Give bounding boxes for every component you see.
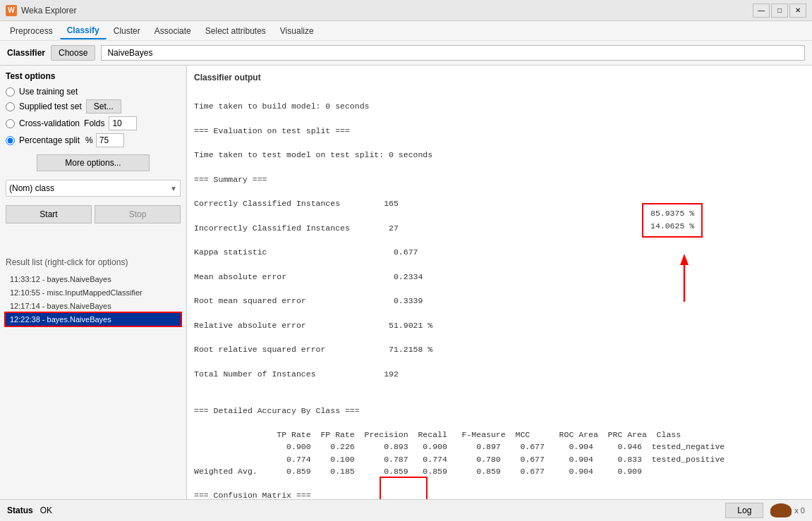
percentage-split-input[interactable] [6,136,15,145]
folds-input[interactable] [109,116,137,130]
folds-label: Folds [84,118,104,128]
title-bar: W Weka Explorer — □ ✕ [0,0,812,21]
result-list: 11:33:12 - bayes.NaiveBayes 12:10:55 - m… [6,273,181,326]
minimize-button[interactable]: — [753,4,770,18]
multiplier-label: x 0 [794,506,805,515]
log-button[interactable]: Log [725,503,763,518]
nom-class-label: (Nom) class [9,183,54,193]
stop-button[interactable]: Stop [95,205,181,223]
more-options-button[interactable]: More options... [37,154,150,171]
set-button[interactable]: Set... [86,99,121,114]
result-item-2[interactable]: 12:17:14 - bayes.NaiveBayes [6,300,181,312]
start-stop-row: Start Stop [6,205,181,223]
output-line18: === Detailed Accuracy By Class === TP Ra… [194,406,725,500]
output-rrse: Root relative squared error 71.2158 % [194,345,432,354]
output-line5: Time taken to test model on test split: … [194,150,432,159]
percentage-split-radio[interactable]: Percentage split [6,135,80,145]
output-total: Total Number of Instances 192 [194,369,399,379]
menu-cluster[interactable]: Cluster [107,23,147,39]
menu-bar: Preprocess Classify Cluster Associate Se… [0,21,812,41]
menu-visualize[interactable]: Visualize [273,23,321,39]
menu-select-attributes[interactable]: Select attributes [198,23,273,39]
red-arrow-up [677,252,691,309]
output-rae: Relative absolute error 51.9021 % [194,321,432,330]
correct-pct: 85.9375 % [650,207,694,220]
nom-class-row[interactable]: (Nom) class ▼ [6,180,181,197]
test-options-title: Test options [6,71,181,81]
output-text: Time taken to build model: 0 seconds ===… [194,88,805,499]
menu-classify[interactable]: Classify [60,23,107,39]
output-incorrectly: Incorrectly Classified Instances 27 [194,223,399,233]
result-item-3[interactable]: 12:22:38 - bayes.NaiveBayes [6,313,181,326]
status-bar: Status OK Log x 0 [0,499,812,520]
percentage-split-row: Percentage split % [6,133,181,147]
menu-preprocess[interactable]: Preprocess [3,23,60,39]
classifier-section: Classifier Choose NaiveBayes [0,41,812,66]
use-training-set-input[interactable] [6,87,15,97]
supplied-test-input[interactable] [6,102,15,111]
percentage-highlight-box: 85.9375 % 14.0625 % [642,203,703,238]
supplied-test-radio[interactable]: Supplied test set [6,102,82,111]
output-line3: === Evaluation on test split === [194,126,350,135]
classifier-label: Classifier [7,48,45,58]
result-item-0[interactable]: 11:33:12 - bayes.NaiveBayes [6,273,181,286]
left-panel: Test options Use training set Supplied t… [0,66,187,499]
app-title: Weka Explorer [21,6,753,16]
close-button[interactable]: ✕ [789,4,806,18]
output-rmse: Root mean squared error 0.3339 [194,296,423,305]
output-mae: Mean absolute error 0.2334 [194,272,423,281]
svg-marker-1 [680,254,689,265]
percent-input[interactable] [96,133,124,147]
supplied-test-row: Supplied test set Set... [6,99,181,114]
output-line7: === Summary === [194,175,267,184]
cross-validation-row: Cross-validation Folds [6,116,181,130]
start-button[interactable]: Start [6,205,92,223]
output-kappa: Kappa statistic 0.677 [194,247,418,257]
cross-validation-radio[interactable]: Cross-validation [6,118,80,128]
percent-symbol: % [85,135,93,145]
output-correctly: Correctly Classified Instances 165 [194,199,399,208]
output-line1: Time taken to build model: 0 seconds [194,102,369,111]
cross-validation-input[interactable] [6,119,15,128]
use-training-set-label: Use training set [19,87,78,97]
incorrect-pct: 14.0625 % [650,220,694,233]
weka-icon-area: x 0 [770,503,805,517]
right-panel: Classifier output Time taken to build mo… [187,66,812,499]
status-label: Status [7,505,33,515]
weka-bird-icon [770,503,792,517]
result-list-label: Result list (right-click for options) [6,257,181,267]
classifier-name: NaiveBayes [101,45,805,61]
chevron-down-icon: ▼ [170,185,177,192]
result-item-1[interactable]: 12:10:55 - misc.InputMappedClassifier [6,286,181,299]
status-value: OK [40,505,52,515]
app-icon: W [6,5,17,16]
menu-associate[interactable]: Associate [147,23,198,39]
supplied-test-label: Supplied test set [19,102,82,111]
window-controls: — □ ✕ [753,4,806,18]
test-options-radio-group: Use training set Supplied test set Set..… [6,87,181,147]
maximize-button[interactable]: □ [771,4,788,18]
main-content: Test options Use training set Supplied t… [0,66,812,499]
cross-validation-label: Cross-validation [19,118,80,128]
use-training-set-radio[interactable]: Use training set [6,87,181,97]
classifier-output-title: Classifier output [194,73,805,82]
choose-button[interactable]: Choose [51,45,95,61]
percentage-split-label: Percentage split [19,135,80,145]
